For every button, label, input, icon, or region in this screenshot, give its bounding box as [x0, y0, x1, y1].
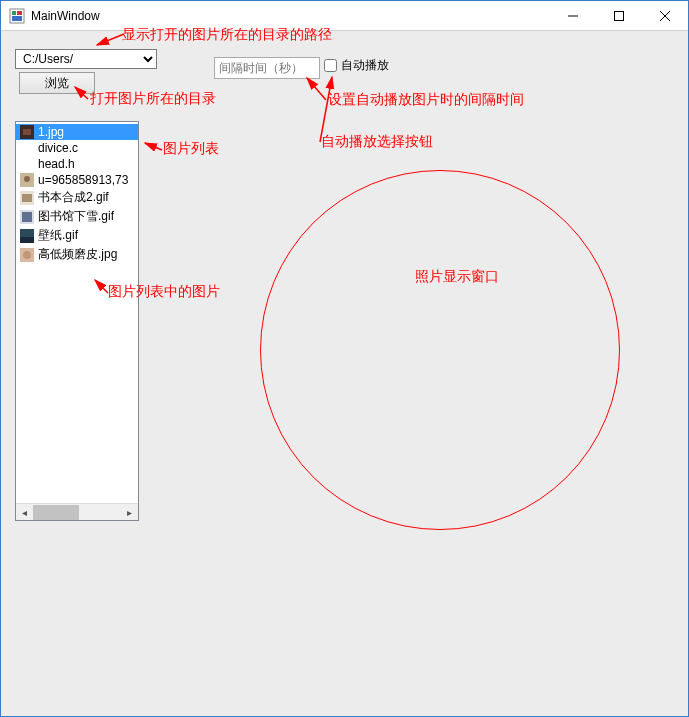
list-item-label: 图书馆下雪.gif: [38, 208, 114, 225]
list-item-label: 书本合成2.gif: [38, 189, 109, 206]
svg-rect-9: [23, 129, 31, 135]
close-button[interactable]: [642, 1, 688, 30]
thumb-book-icon: [20, 191, 34, 205]
file-list[interactable]: 1.jpgdivice.chead.hu=965858913,73书本合成2.g…: [15, 121, 139, 521]
list-item[interactable]: u=965858913,73: [16, 172, 138, 188]
auto-play-checkbox[interactable]: [324, 59, 337, 72]
file-list-inner: 1.jpgdivice.chead.hu=965858913,73书本合成2.g…: [16, 122, 138, 266]
no-icon: [20, 141, 34, 155]
auto-play-group: 自动播放: [324, 57, 389, 74]
list-item[interactable]: head.h: [16, 156, 138, 172]
list-item-label: u=965858913,73: [38, 173, 128, 187]
svg-rect-5: [615, 11, 624, 20]
svg-point-19: [23, 251, 31, 259]
svg-point-11: [24, 176, 30, 182]
window-title: MainWindow: [31, 9, 550, 23]
path-combo[interactable]: C:/Users/: [15, 49, 157, 69]
thumb-dark-icon: [20, 125, 34, 139]
browse-button[interactable]: 浏览: [19, 72, 95, 94]
list-item[interactable]: divice.c: [16, 140, 138, 156]
thumb-skin-icon: [20, 248, 34, 262]
window-controls: [550, 1, 688, 30]
thumb-photo-icon: [20, 173, 34, 187]
scroll-track[interactable]: [33, 504, 121, 520]
scroll-thumb[interactable]: [33, 505, 79, 520]
svg-rect-3: [12, 16, 22, 21]
scroll-right-arrow-icon[interactable]: ▸: [121, 504, 138, 521]
svg-rect-2: [17, 11, 22, 15]
svg-rect-15: [22, 212, 32, 222]
scroll-left-arrow-icon[interactable]: ◂: [16, 504, 33, 521]
list-item-label: 1.jpg: [38, 125, 64, 139]
list-item[interactable]: 书本合成2.gif: [16, 188, 138, 207]
list-item[interactable]: 1.jpg: [16, 124, 138, 140]
horizontal-scrollbar[interactable]: ◂ ▸: [16, 503, 138, 520]
thumb-wall-icon: [20, 229, 34, 243]
maximize-button[interactable]: [596, 1, 642, 30]
svg-rect-13: [22, 194, 32, 202]
list-item[interactable]: 图书馆下雪.gif: [16, 207, 138, 226]
thumb-lib-icon: [20, 210, 34, 224]
list-item-label: divice.c: [38, 141, 78, 155]
list-item[interactable]: 壁纸.gif: [16, 226, 138, 245]
interval-input[interactable]: [214, 57, 320, 79]
client-area: C:/Users/ 浏览 自动播放 1.jpgdivice.chead.hu=9…: [1, 31, 688, 716]
svg-rect-17: [20, 237, 34, 243]
list-item-label: 壁纸.gif: [38, 227, 78, 244]
svg-rect-1: [12, 11, 16, 15]
titlebar: MainWindow: [1, 1, 688, 31]
no-icon: [20, 157, 34, 171]
minimize-button[interactable]: [550, 1, 596, 30]
list-item-label: head.h: [38, 157, 75, 171]
main-window: MainWindow C:/Users/ 浏览 自动播放 1.jpgdivice…: [0, 0, 689, 717]
list-item-label: 高低频磨皮.jpg: [38, 246, 117, 263]
auto-play-label: 自动播放: [341, 57, 389, 74]
list-item[interactable]: 高低频磨皮.jpg: [16, 245, 138, 264]
app-icon: [9, 8, 25, 24]
